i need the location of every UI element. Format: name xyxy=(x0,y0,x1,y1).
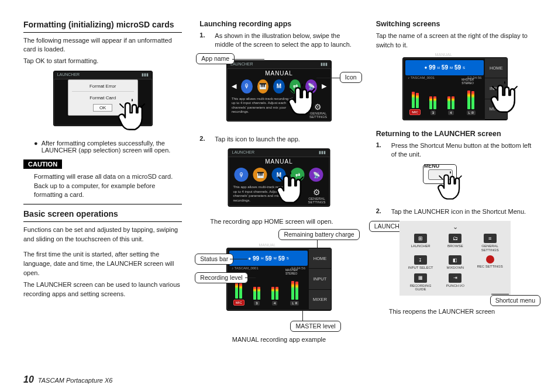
app-icon-manual[interactable]: M xyxy=(273,79,285,93)
tab-home[interactable]: HOME xyxy=(309,248,331,269)
figure-launcher-swipe: LAUNCHER▮▮▮ MANUAL ◀ 🎙 🎹 M ⇄ 📡 ▶ This ap… xyxy=(199,54,358,130)
callout-battery: Remaining battery charge xyxy=(278,229,359,240)
heading-launching: Launching recording apps xyxy=(199,20,358,28)
battery-icon: ▮▮▮ xyxy=(319,150,326,155)
app-icon-mic[interactable]: 🎙 xyxy=(241,79,253,93)
battery-icon: ▮▮▮ xyxy=(321,62,328,67)
shortcut-empty xyxy=(473,272,507,293)
home-title: MANUAL xyxy=(403,53,484,57)
page-number: 10 xyxy=(23,374,34,384)
tab-mixer[interactable]: MIXER xyxy=(309,290,331,310)
callout-icon: Icon xyxy=(340,72,362,83)
master-label: MASTER STEREO xyxy=(285,268,304,275)
figure-shortcut-menu: LAUNCHER icon ⌄ ⊞LAUNCHER 🗂BROWSE ≡GENER… xyxy=(376,221,535,303)
step-text: As shown in the illustration below, swip… xyxy=(215,32,358,50)
step-number: 2. xyxy=(199,135,208,144)
tab-home[interactable]: HOME xyxy=(485,58,507,78)
return-step-1: 1. Press the Shortcut Menu button at the… xyxy=(376,141,535,159)
caution-text: Formatting will erase all data on a micr… xyxy=(34,172,182,199)
callout-shortcut-menu: Shortcut menu xyxy=(490,295,540,306)
heading-formatting: Formatting (initializing) microSD cards xyxy=(23,20,182,33)
arrow-left-icon: ◀ xyxy=(232,82,236,90)
text-home-opens: The recording app HOME screen will open. xyxy=(210,217,358,227)
hand-icon xyxy=(487,81,522,116)
app-icon-piano[interactable]: 🎹 xyxy=(253,168,267,182)
general-settings-label: GENERAL SETTINGS xyxy=(308,197,325,204)
bullet-text: After formatting completes successfully,… xyxy=(42,140,182,154)
mixdown-icon: ◧ xyxy=(449,255,461,265)
file-name: TASCAM_0001 xyxy=(235,266,259,270)
shortcut-punch-io[interactable]: ⇥PUNCH I/O xyxy=(438,272,473,293)
figure-launcher-tap: LAUNCHER▮▮▮ MANUAL 🎙 🎹 M ⇄ 📡 This app al… xyxy=(199,148,358,213)
counter-h: 99 xyxy=(253,255,259,262)
figure-caption-home: MANUAL recording app example xyxy=(199,335,358,345)
text-tap-ok: Tap OK to start formatting. xyxy=(23,57,182,66)
step-text: Tap the LAUNCHER icon in the Shortcut Me… xyxy=(391,207,535,216)
status-bar: ● 99H 59M 59S xyxy=(405,60,484,75)
text-basic-2: The first time the unit is started, afte… xyxy=(23,250,182,278)
figure-switch-screen: MANUAL ● 99H 59M 59S ♪ TASCAM_0001/12:34… xyxy=(376,55,535,125)
figure-home-screen: Remaining battery charge MANUAL ● 99H 59… xyxy=(199,231,358,331)
ok-button[interactable]: OK xyxy=(93,104,113,112)
launcher-title: MANUAL xyxy=(227,70,331,77)
launcher-title: MANUAL xyxy=(228,158,329,165)
hand-icon xyxy=(435,171,466,203)
grid-icon: ⊞ xyxy=(414,234,427,243)
step-number: 1. xyxy=(376,141,384,159)
arrow-right-icon: ▶ xyxy=(322,82,326,90)
app-icon-podcast[interactable]: 📡 xyxy=(309,168,323,182)
heading-returning: Returning to the LAUNCHER screen xyxy=(376,130,535,138)
tab-input[interactable]: INPUT xyxy=(309,269,331,289)
section-rule xyxy=(23,204,182,204)
guide-icon: ▦ xyxy=(414,273,427,283)
input-icon: ↧ xyxy=(414,255,427,265)
list-icon: ≡ xyxy=(484,234,497,243)
caution-label: CAUTION xyxy=(23,159,62,169)
callout-recording-level: Recording level xyxy=(195,272,247,283)
hand-icon xyxy=(285,84,320,119)
close-chevron-icon[interactable]: ⌄ xyxy=(403,223,507,231)
shortcut-input-select[interactable]: ↧INPUT SELECT xyxy=(403,254,438,272)
step-text: Tap its icon to launch the app. xyxy=(215,135,358,144)
gear-icon: ⚙ xyxy=(306,188,327,197)
general-settings-button[interactable]: ⚙GENERAL SETTINGS xyxy=(306,188,327,204)
step-2: 2. Tap its icon to launch the app. xyxy=(199,135,358,144)
app-icon-mic[interactable]: 🎙 xyxy=(235,168,249,182)
side-tabs: HOME INPUT MIXER xyxy=(309,248,331,310)
text-format-intro: The following message will appear if an … xyxy=(23,36,182,55)
counter-m: 59 xyxy=(266,255,272,262)
column-3: Switching screens Tap the name of a scre… xyxy=(376,18,535,347)
meter-3: 3 xyxy=(254,301,259,306)
meter-mic: MIC xyxy=(233,300,244,306)
counter-s: 59 xyxy=(278,255,285,262)
folder-icon: 🗂 xyxy=(449,234,461,243)
step-number: 1. xyxy=(199,32,208,50)
step-1: 1. As shown in the illustration below, s… xyxy=(199,32,358,50)
shortcut-rec-settings[interactable]: REC SETTINGS xyxy=(473,254,507,272)
step-number: 2. xyxy=(376,207,384,216)
launcher-header-text: LAUNCHER xyxy=(57,72,80,78)
dialog-title: Format Error xyxy=(72,84,134,92)
shortcut-browse[interactable]: 🗂BROWSE xyxy=(438,232,473,254)
shortcut-general-settings[interactable]: ≡GENERAL SETTINGS xyxy=(473,232,507,254)
figure-menu-button: MENU xyxy=(376,164,535,203)
shortcut-mixdown[interactable]: ◧MIXDOWN xyxy=(438,254,473,272)
shortcut-launcher[interactable]: ⊞LAUNCHER xyxy=(403,232,438,254)
return-step-2: 2. Tap the LAUNCHER icon in the Shortcut… xyxy=(376,207,535,216)
app-icon-piano[interactable]: 🎹 xyxy=(257,79,269,93)
punch-icon: ⇥ xyxy=(449,273,461,283)
shortcut-rec-guide[interactable]: ▦RECORDING GUIDE xyxy=(403,272,438,293)
hand-icon xyxy=(273,172,308,207)
text-basic-3: The LAUNCHER screen can be used to launc… xyxy=(23,280,182,299)
text-basic-1: Functions can be set and adjusted by tap… xyxy=(23,226,182,244)
figure-format-dialog: LAUNCHER▮▮▮ Format Error Format Card OK xyxy=(23,71,182,135)
step-text: Press the Shortcut Menu button at the bo… xyxy=(391,141,535,159)
bullet-after-format: ● After formatting completes successfull… xyxy=(34,140,182,154)
product-name: TASCAM Portacapture X6 xyxy=(38,377,113,384)
bullet-mark: ● xyxy=(34,140,38,154)
callout-status-bar: Status bar xyxy=(195,254,233,265)
page-footer: 10 TASCAM Portacapture X6 xyxy=(23,374,112,385)
shortcut-menu: ⌄ ⊞LAUNCHER 🗂BROWSE ≡GENERAL SETTINGS ↧I… xyxy=(399,221,511,296)
heading-basic-ops: Basic screen operations xyxy=(23,209,182,222)
text-reopens: This reopens the LAUNCHER screen xyxy=(389,307,535,317)
